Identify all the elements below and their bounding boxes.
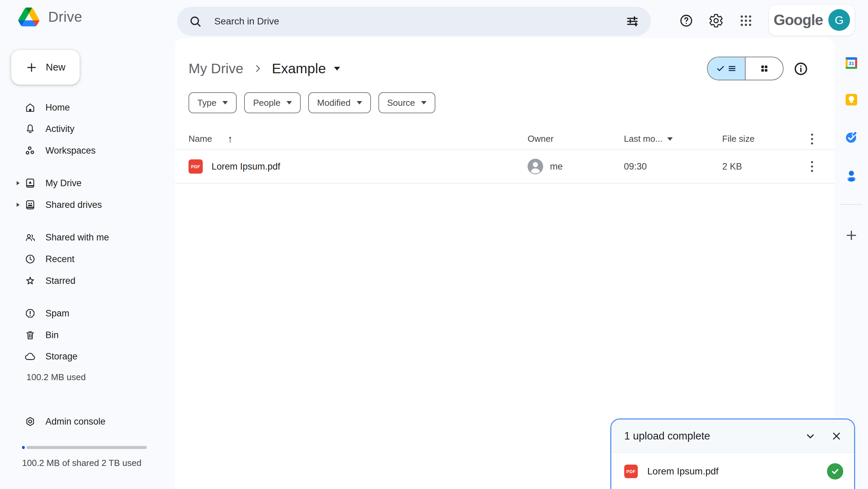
last-modified-value: 09:30 (624, 161, 722, 172)
upload-toast-item[interactable]: PDF Lorem Ipsum.pdf (611, 453, 854, 489)
expand-caret-icon[interactable] (17, 203, 20, 207)
help-button[interactable] (678, 13, 694, 28)
sidebar-item-storage[interactable]: Storage (11, 346, 164, 367)
calendar-icon[interactable]: 31 (845, 56, 858, 70)
keep-icon[interactable] (845, 93, 858, 106)
row-more-options-icon[interactable] (811, 161, 813, 172)
sidebar: New Home Activity Workspaces (0, 38, 175, 489)
tasks-icon[interactable] (845, 131, 858, 144)
info-button[interactable] (793, 61, 809, 77)
close-icon[interactable] (831, 431, 842, 442)
chevron-down-icon (357, 101, 362, 104)
sidebar-item-activity[interactable]: Activity (11, 118, 164, 140)
topbar-actions (678, 13, 754, 28)
check-icon (716, 64, 725, 73)
owner-avatar (528, 159, 543, 174)
top-bar: Drive (0, 0, 868, 38)
collapse-chevron-icon[interactable] (805, 430, 816, 442)
trash-icon (24, 329, 36, 341)
my-drive-icon (24, 177, 36, 189)
sidebar-item-starred[interactable]: Starred (11, 270, 164, 292)
column-header-name[interactable]: Name ↑ (189, 133, 528, 145)
settings-gear-icon[interactable] (708, 13, 724, 28)
admin-console-icon (24, 416, 36, 427)
plus-icon (25, 61, 38, 74)
more-options-icon[interactable] (811, 134, 813, 144)
chevron-right-icon (252, 63, 263, 74)
sidebar-item-spam[interactable]: Spam (11, 302, 164, 324)
grid-view-button[interactable] (746, 57, 783, 80)
search-input[interactable] (214, 16, 625, 27)
drive-logo[interactable]: Drive (18, 7, 82, 26)
list-icon (728, 64, 736, 73)
storage-used-label: 100.2 MB used (26, 372, 86, 383)
expand-caret-icon[interactable] (17, 181, 20, 185)
sort-ascending-icon: ↑ (228, 133, 233, 145)
avatar[interactable]: G (828, 9, 850, 31)
contacts-icon[interactable] (845, 169, 858, 182)
search-bar[interactable] (177, 7, 651, 36)
breadcrumb-current-folder[interactable]: Example (272, 61, 326, 77)
pdf-file-icon: PDF (189, 159, 203, 174)
spam-icon (24, 308, 36, 319)
filter-chip-type[interactable]: Type (189, 92, 237, 113)
chevron-down-icon (667, 137, 673, 141)
list-view-button[interactable] (708, 57, 746, 80)
apps-grid-icon[interactable] (738, 13, 754, 28)
tune-icon[interactable] (625, 14, 639, 28)
chevron-down-icon (287, 101, 292, 104)
new-button[interactable]: New (11, 50, 80, 85)
sidebar-item-shared-drives[interactable]: Shared drives (11, 194, 164, 216)
breadcrumb-my-drive[interactable]: My Drive (189, 61, 243, 77)
filter-chip-people[interactable]: People (244, 92, 301, 113)
upload-success-icon (827, 463, 843, 480)
storage-progress-track (26, 446, 147, 449)
drive-triangle-icon (18, 7, 39, 26)
workspaces-icon (24, 145, 36, 156)
search-icon (189, 15, 202, 28)
owner-name: me (550, 161, 563, 172)
shared-drives-icon (24, 199, 36, 211)
svg-text:31: 31 (848, 60, 854, 66)
storage-progress-used (22, 446, 25, 449)
breadcrumb: My Drive Example (189, 55, 340, 82)
sidebar-item-recent[interactable]: Recent (11, 248, 164, 270)
column-header-last-modified[interactable]: Last mo... (624, 134, 722, 144)
upload-toast-title: 1 upload complete (624, 430, 710, 442)
cloud-icon (24, 351, 36, 362)
home-icon (24, 102, 36, 113)
sidebar-item-workspaces[interactable]: Workspaces (11, 140, 164, 161)
upload-toast-header: 1 upload complete (611, 419, 854, 453)
google-wordmark: Google (773, 12, 823, 28)
table-header: Name ↑ Owner Last mo... File size (175, 128, 834, 150)
sidebar-item-admin-console[interactable]: Admin console (11, 411, 164, 432)
sidebar-item-home[interactable]: Home (11, 97, 164, 118)
uploaded-file-name: Lorem Ipsum.pdf (647, 466, 718, 477)
chevron-down-icon (222, 101, 228, 104)
filter-chip-modified[interactable]: Modified (308, 92, 371, 113)
bell-icon (24, 123, 36, 135)
drive-logotype: Drive (48, 9, 82, 25)
sidebar-item-bin[interactable]: Bin (11, 324, 164, 346)
account-chip[interactable]: Google G (768, 4, 855, 36)
column-header-owner[interactable]: Owner (528, 134, 624, 144)
plus-icon[interactable] (845, 229, 858, 242)
folder-menu-caret-icon[interactable] (334, 67, 340, 71)
rail-divider (841, 204, 862, 205)
new-button-label: New (46, 62, 65, 73)
view-toggle (707, 57, 784, 80)
sidebar-item-my-drive[interactable]: My Drive (11, 172, 164, 194)
storage-progress-bar (22, 446, 147, 449)
grid-icon (760, 64, 769, 73)
owner-cell: me (528, 159, 624, 174)
column-header-file-size[interactable]: File size (722, 134, 795, 144)
chevron-down-icon (421, 101, 427, 104)
filter-chip-source[interactable]: Source (378, 92, 435, 113)
file-name: Lorem Ipsum.pdf (212, 161, 280, 172)
info-icon (793, 61, 809, 77)
file-row[interactable]: PDF Lorem Ipsum.pdf me 09:30 2 KB (175, 150, 834, 183)
google-drive-app: Drive (0, 0, 868, 489)
people-icon (24, 232, 36, 243)
sidebar-item-shared-with-me[interactable]: Shared with me (11, 227, 164, 248)
clock-icon (24, 253, 36, 265)
